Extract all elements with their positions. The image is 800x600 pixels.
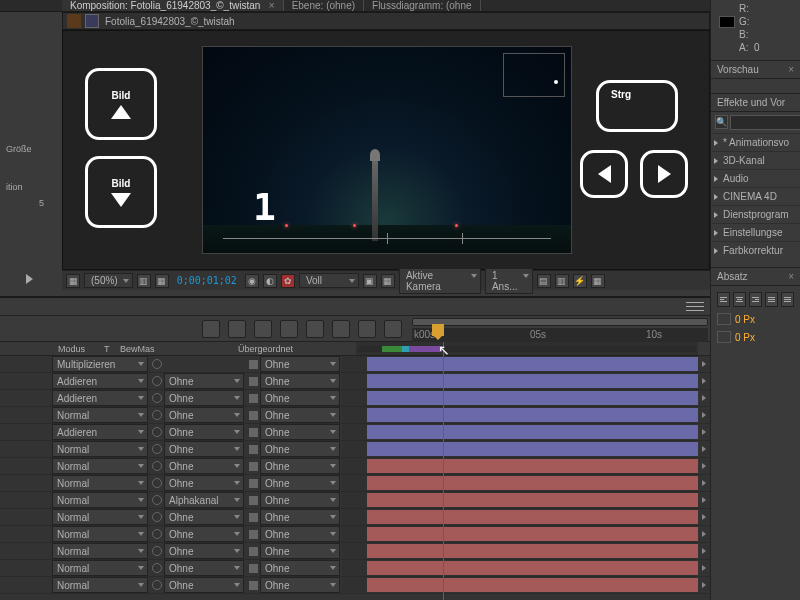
view-option-icon[interactable]: ▤ bbox=[537, 274, 551, 288]
tool-icon[interactable] bbox=[280, 320, 298, 338]
views-dropdown[interactable]: 1 Ans... bbox=[485, 268, 533, 294]
parent-pick-icon[interactable] bbox=[246, 475, 260, 491]
layer-track[interactable] bbox=[342, 509, 698, 525]
toggle-switch[interactable] bbox=[150, 441, 164, 457]
justify-right-icon[interactable] bbox=[781, 292, 794, 307]
vorschau-panel-tab[interactable]: Vorschau × bbox=[711, 60, 800, 79]
layer-bar[interactable] bbox=[367, 391, 698, 405]
layer-row[interactable]: NormalOhneOhne bbox=[0, 441, 710, 458]
camera-dropdown[interactable]: Aktive Kamera bbox=[399, 268, 481, 294]
blend-mode-dropdown[interactable]: Addieren bbox=[52, 424, 148, 440]
tool-icon[interactable] bbox=[202, 320, 220, 338]
layer-row[interactable]: AddierenOhneOhne bbox=[0, 424, 710, 441]
row-expand-icon[interactable] bbox=[698, 492, 710, 508]
layer-bar[interactable] bbox=[367, 527, 698, 541]
preview-frame[interactable]: 1 bbox=[202, 46, 572, 254]
track-matte-dropdown[interactable]: Ohne bbox=[164, 509, 244, 525]
parent-pick-icon[interactable] bbox=[246, 492, 260, 508]
effect-category[interactable]: 3D-Kanal bbox=[711, 151, 800, 169]
col-parent-header[interactable]: Übergeordnet bbox=[238, 342, 356, 355]
parent-dropdown[interactable]: Ohne bbox=[260, 509, 340, 525]
tool-icon[interactable] bbox=[332, 320, 350, 338]
row-expand-icon[interactable] bbox=[698, 356, 710, 372]
layer-bar[interactable] bbox=[367, 493, 698, 507]
layer-track[interactable] bbox=[342, 577, 698, 593]
parent-dropdown[interactable]: Ohne bbox=[260, 424, 340, 440]
toggle-switch[interactable] bbox=[150, 475, 164, 491]
row-expand-icon[interactable] bbox=[698, 407, 710, 423]
parent-dropdown[interactable]: Ohne bbox=[260, 560, 340, 576]
absatz-panel-tab[interactable]: Absatz × bbox=[711, 267, 800, 286]
playhead-line[interactable] bbox=[443, 342, 444, 600]
layer-track[interactable] bbox=[342, 373, 698, 389]
parent-dropdown[interactable]: Ohne bbox=[260, 458, 340, 474]
effect-category[interactable]: Farbkorrektur bbox=[711, 241, 800, 259]
effect-category[interactable]: * Animationsvo bbox=[711, 133, 800, 151]
col-bewmas-header[interactable]: BewMas bbox=[120, 342, 238, 355]
colormgmt-icon[interactable]: ✿ bbox=[281, 274, 295, 288]
parent-pick-icon[interactable] bbox=[246, 424, 260, 440]
effect-category[interactable]: CINEMA 4D bbox=[711, 187, 800, 205]
effect-category[interactable]: Einstellungse bbox=[711, 223, 800, 241]
layer-row[interactable]: MultiplizierenOhne bbox=[0, 356, 710, 373]
parent-dropdown[interactable]: Ohne bbox=[260, 492, 340, 508]
col-modus-header[interactable]: Modus bbox=[0, 342, 104, 355]
row-expand-icon[interactable] bbox=[698, 390, 710, 406]
layer-row[interactable]: NormalOhneOhne bbox=[0, 577, 710, 594]
layer-track[interactable] bbox=[342, 458, 698, 474]
parent-pick-icon[interactable] bbox=[246, 407, 260, 423]
tool-icon[interactable] bbox=[254, 320, 272, 338]
timeline-ruler-container[interactable]: k00s 05s 10s bbox=[410, 316, 710, 342]
track-matte-dropdown[interactable]: Ohne bbox=[164, 543, 244, 559]
effects-search-input[interactable] bbox=[730, 115, 800, 130]
timecode[interactable]: 0;00;01;02 bbox=[173, 275, 241, 286]
blend-mode-dropdown[interactable]: Normal bbox=[52, 560, 148, 576]
row-expand-icon[interactable] bbox=[698, 560, 710, 576]
resolution-icon[interactable]: ▥ bbox=[137, 274, 151, 288]
toggle-switch[interactable] bbox=[150, 407, 164, 423]
layer-track[interactable] bbox=[342, 356, 698, 372]
layer-row[interactable]: NormalAlphakanalOhne bbox=[0, 492, 710, 509]
toggle-switch[interactable] bbox=[150, 560, 164, 576]
track-matte-dropdown[interactable]: Ohne bbox=[164, 458, 244, 474]
parent-dropdown[interactable]: Ohne bbox=[260, 577, 340, 593]
layer-bar[interactable] bbox=[367, 578, 698, 592]
col-t-header[interactable]: T bbox=[104, 342, 120, 355]
tool-icon[interactable] bbox=[384, 320, 402, 338]
parent-dropdown[interactable]: Ohne bbox=[260, 373, 340, 389]
fast-preview-icon[interactable]: ⚡ bbox=[573, 274, 587, 288]
pixel-aspect-icon[interactable]: ▥ bbox=[555, 274, 569, 288]
blend-mode-dropdown[interactable]: Addieren bbox=[52, 390, 148, 406]
layer-bar[interactable] bbox=[367, 374, 698, 388]
layer-bar[interactable] bbox=[367, 510, 698, 524]
row-expand-icon[interactable] bbox=[698, 458, 710, 474]
magnify-icon[interactable]: ▦ bbox=[66, 274, 80, 288]
transparency-icon[interactable]: ▦ bbox=[381, 274, 395, 288]
close-icon[interactable]: × bbox=[788, 64, 794, 75]
parent-dropdown[interactable]: Ohne bbox=[260, 543, 340, 559]
track-matte-dropdown[interactable]: Ohne bbox=[164, 560, 244, 576]
layer-bar[interactable] bbox=[367, 425, 698, 439]
comp-icon[interactable] bbox=[67, 14, 81, 28]
tab-flowchart[interactable]: Flussdiagramm: (ohne bbox=[364, 0, 481, 11]
align-center-icon[interactable] bbox=[733, 292, 746, 307]
layer-row[interactable]: NormalOhneOhne bbox=[0, 560, 710, 577]
parent-pick-icon[interactable] bbox=[246, 458, 260, 474]
parent-pick-icon[interactable] bbox=[246, 543, 260, 559]
parent-pick-icon[interactable] bbox=[246, 526, 260, 542]
blend-mode-dropdown[interactable]: Normal bbox=[52, 509, 148, 525]
parent-dropdown[interactable]: Ohne bbox=[260, 407, 340, 423]
parent-dropdown[interactable]: Ohne bbox=[260, 441, 340, 457]
indent-row-2[interactable]: 0 Px bbox=[717, 331, 794, 343]
indent-row-1[interactable]: 0 Px bbox=[717, 313, 794, 325]
close-icon[interactable]: × bbox=[788, 271, 794, 282]
blend-mode-dropdown[interactable]: Normal bbox=[52, 526, 148, 542]
toggle-switch[interactable] bbox=[150, 356, 164, 372]
parent-pick-icon[interactable] bbox=[246, 373, 260, 389]
layer-track[interactable] bbox=[342, 543, 698, 559]
track-matte-dropdown[interactable]: Ohne bbox=[164, 373, 244, 389]
panel-menu-icon[interactable] bbox=[686, 301, 704, 313]
layer-track[interactable] bbox=[342, 390, 698, 406]
layer-row[interactable]: NormalOhneOhne bbox=[0, 509, 710, 526]
tool-icon[interactable] bbox=[358, 320, 376, 338]
